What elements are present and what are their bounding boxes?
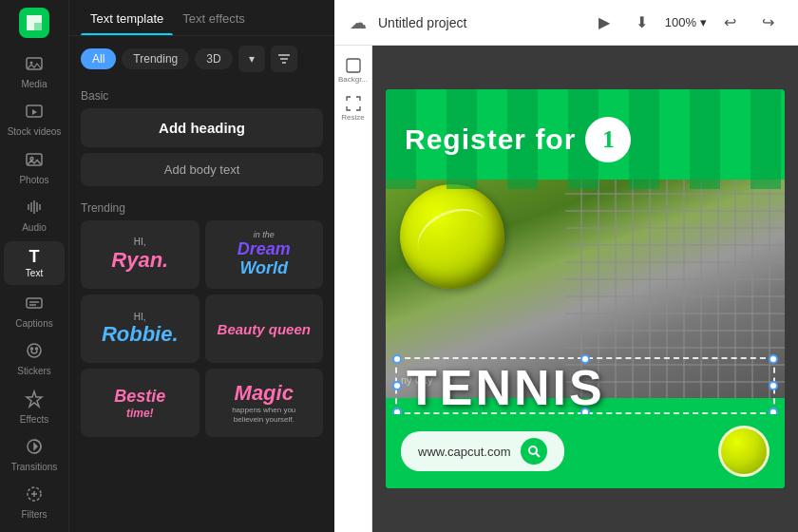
tennis-line1: TENNIS — [407, 365, 764, 411]
resize-tool[interactable]: Resize — [336, 91, 370, 125]
register-for-text: Register for — [405, 124, 576, 156]
tennis-ball — [400, 184, 504, 289]
filter-more-dropdown[interactable]: ▾ — [238, 46, 265, 72]
sidebar-item-media[interactable]: Media — [4, 49, 65, 93]
canvas-bottom-bar: www.capcut.com — [386, 414, 785, 488]
sidebar-item-filters[interactable]: Filters — [4, 481, 65, 524]
filter-all[interactable]: All — [81, 48, 116, 69]
stickers-icon — [25, 341, 44, 363]
url-search-btn[interactable] — [521, 438, 547, 465]
sidebar-item-transitions-label: Transitions — [11, 462, 58, 472]
svg-rect-6 — [27, 298, 42, 308]
tab-text-template[interactable]: Text template — [81, 0, 173, 35]
filter-bar: All Trending 3D ▾ — [69, 36, 334, 82]
trending-card-beauty-queen[interactable]: Beauty queen — [205, 294, 324, 363]
sidebar-item-audio[interactable]: Audio — [4, 193, 65, 237]
text-icon: T — [29, 248, 40, 265]
svg-point-10 — [31, 348, 33, 350]
zoom-level: 100% — [665, 15, 696, 29]
trending-card-hi-robbie[interactable]: HI, Robbie. — [81, 294, 200, 363]
svg-marker-12 — [27, 391, 42, 407]
editor-area: Backgr... Resize Register for 1 — [334, 46, 798, 532]
floating-toolbar: Backgr... Resize — [334, 46, 372, 532]
zoom-control[interactable]: 100% ▾ — [665, 15, 707, 29]
sidebar-item-text[interactable]: T Text — [4, 241, 65, 285]
app-logo — [17, 8, 51, 38]
trending-section-label: Trending — [81, 201, 323, 215]
photos-icon — [25, 150, 44, 172]
text-panel: Text template Text effects All Trending … — [68, 0, 334, 532]
trending-card-dream-world[interactable]: in the Dream World — [205, 220, 324, 289]
handle-tl[interactable] — [392, 354, 402, 364]
svg-point-11 — [36, 348, 38, 350]
svg-rect-20 — [347, 59, 360, 72]
sidebar-item-stock-label: Stock videos — [8, 126, 62, 137]
svg-point-21 — [529, 446, 537, 454]
captions-icon — [25, 294, 44, 315]
play-button[interactable]: ▶ — [589, 8, 619, 38]
sidebar-item-media-label: Media — [21, 79, 47, 89]
add-body-button[interactable]: Add body text — [81, 153, 323, 186]
background-tool[interactable]: Backgr... — [336, 53, 370, 87]
url-pill: www.capcut.com — [401, 431, 564, 471]
trending-preview-bestie-time: Bestie time! — [114, 387, 165, 420]
main-area: ☁ Untitled project ▶ ⬇ 100% ▾ ↩ ↪ Backgr… — [334, 0, 798, 532]
download-button[interactable]: ⬇ — [627, 8, 657, 38]
basic-section-label: Basic — [81, 89, 323, 103]
sidebar-item-effects[interactable]: Effects — [4, 385, 65, 428]
handle-tr[interactable] — [769, 354, 778, 364]
effects-icon — [25, 390, 44, 411]
icon-sidebar: Media Stock videos Photos Audio T Text C… — [0, 0, 68, 532]
trending-card-hi-ryan[interactable]: HI, Ryan. — [81, 220, 200, 289]
sidebar-item-stickers-label: Stickers — [17, 366, 51, 376]
sidebar-item-transitions[interactable]: Transitions — [4, 432, 65, 476]
filters-icon — [25, 484, 44, 506]
trending-card-magic[interactable]: Magic happens when youbelievein yourself… — [205, 369, 324, 437]
trending-preview-magic: Magic happens when youbelievein yourself… — [232, 381, 295, 426]
svg-point-9 — [28, 344, 41, 357]
trending-grid: HI, Ryan. in the Dream World HI, Robbie. — [81, 220, 323, 437]
undo-button[interactable]: ↩ — [714, 8, 745, 38]
sidebar-item-filters-label: Filters — [21, 509, 47, 520]
stock-icon — [25, 102, 44, 124]
trending-card-bestie-time[interactable]: Bestie time! — [81, 369, 200, 437]
handle-mr[interactable] — [769, 381, 778, 390]
canvas[interactable]: Register for 1 ny City — [386, 89, 785, 488]
transitions-icon — [25, 437, 44, 459]
cloud-save-icon: ☁ — [350, 12, 367, 33]
sidebar-item-audio-label: Audio — [22, 222, 47, 233]
panel-tab-bar: Text template Text effects — [69, 0, 334, 36]
media-icon — [25, 54, 44, 76]
svg-point-5 — [30, 157, 33, 160]
audio-icon — [25, 198, 44, 219]
filter-options-btn[interactable] — [271, 46, 297, 72]
canvas-area: Register for 1 ny City — [372, 46, 798, 532]
trending-preview-dream-world: in the Dream World — [238, 231, 291, 277]
tab-text-effects[interactable]: Text effects — [173, 0, 255, 35]
topbar: ☁ Untitled project ▶ ⬇ 100% ▾ ↩ ↪ — [334, 0, 798, 46]
svg-line-22 — [536, 453, 540, 457]
sidebar-item-effects-label: Effects — [20, 414, 48, 425]
sidebar-item-photos[interactable]: Photos — [4, 145, 65, 189]
sidebar-item-photos-label: Photos — [19, 175, 48, 185]
panel-content-area: Basic Add heading Add body text Trending… — [69, 82, 334, 532]
sidebar-item-text-label: Text — [26, 268, 43, 278]
zoom-dropdown-icon: ▾ — [700, 15, 707, 29]
handle-tm[interactable] — [580, 354, 590, 364]
add-heading-button[interactable]: Add heading — [81, 108, 323, 147]
sidebar-item-captions[interactable]: Captions — [4, 289, 65, 332]
sidebar-item-stickers[interactable]: Stickers — [4, 336, 65, 380]
trending-preview-beauty-queen: Beauty queen — [218, 321, 311, 337]
tennis-text-box[interactable]: TENNIS AREA — [395, 357, 775, 414]
filter-3d[interactable]: 3D — [195, 48, 232, 69]
handle-ml[interactable] — [392, 381, 402, 390]
sidebar-item-captions-label: Captions — [15, 318, 52, 329]
project-title: Untitled project — [378, 15, 578, 30]
filter-trending[interactable]: Trending — [122, 48, 189, 69]
background-tool-label: Backgr... — [338, 75, 368, 84]
tennis-ball-corner — [718, 426, 770, 477]
redo-button[interactable]: ↪ — [752, 8, 783, 38]
url-text: www.capcut.com — [418, 445, 511, 459]
sidebar-item-stock[interactable]: Stock videos — [4, 98, 65, 142]
trending-preview-hi-robbie: HI, Robbie. — [102, 312, 179, 347]
